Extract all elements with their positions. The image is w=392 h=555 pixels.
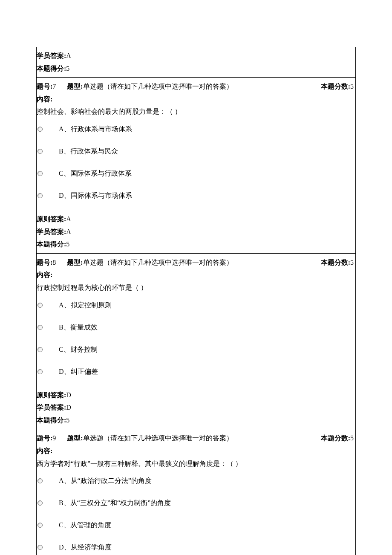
radio-icon[interactable] — [37, 523, 43, 528]
option-text: A、行政体系与市场体系 — [59, 124, 132, 134]
radio-icon[interactable] — [37, 500, 43, 506]
option-a[interactable]: A、拟定控制原则 — [37, 294, 355, 316]
score-earned-value: 5 — [66, 240, 69, 248]
content-label: 内容: — [37, 93, 355, 106]
question-type: 题型:单选题（请在如下几种选项中选择唯一对的答案） — [67, 81, 320, 92]
option-text: A、从“政治行政二分法”的角度 — [59, 476, 152, 486]
option-text: C、从管理的角度 — [59, 520, 111, 530]
question-block-9: 题号:9 题型:单选题（请在如下几种选项中选择唯一对的答案） 本题分数:5 内容… — [37, 429, 355, 555]
radio-icon[interactable] — [37, 369, 43, 374]
ref-answer-value: D — [66, 391, 71, 399]
question-number: 题号:7 — [37, 81, 56, 92]
user-answer-value: D — [66, 404, 71, 411]
ref-answer: 原则答案:A — [37, 213, 355, 225]
option-b[interactable]: B、衡量成效 — [37, 316, 355, 338]
option-text: C、财务控制 — [59, 344, 98, 355]
question-header: 题号:8 题型:单选题（请在如下几种选项中选择唯一对的答案） 本题分数:5 — [37, 256, 355, 269]
option-text: D、纠正偏差 — [59, 367, 98, 377]
radio-icon[interactable] — [37, 545, 43, 550]
question-header: 题号:7 题型:单选题（请在如下几种选项中选择唯一对的答案） 本题分数:5 — [37, 80, 355, 93]
question-header: 题号:9 题型:单选题（请在如下几种选项中选择唯一对的答案） 本题分数:5 — [37, 432, 355, 445]
option-c[interactable]: C、财务控制 — [37, 338, 355, 361]
option-text: B、衡量成效 — [59, 322, 98, 332]
user-answer-value: A — [66, 228, 71, 235]
user-answer-label: 学员答案: — [37, 52, 66, 59]
question-stem: 控制社会、影响社会的最大的两股力量是：（ ） — [37, 105, 355, 118]
option-c[interactable]: C、从管理的角度 — [37, 514, 355, 536]
radio-icon[interactable] — [37, 478, 43, 483]
question-score: 本题分数:5 — [321, 81, 354, 92]
prev-user-answer: 学员答案:A — [37, 49, 355, 62]
prev-user-answer-value: A — [66, 52, 71, 59]
score-earned: 本题得分:5 — [37, 414, 355, 427]
question-table: 学员答案:A 本题得分:5 题号:7 题型:单选题（请在如下几种选项中选择唯一对… — [36, 47, 356, 555]
prev-score-earned-value: 5 — [66, 65, 69, 72]
question-number: 题号:8 — [37, 257, 56, 268]
question-number: 题号:9 — [37, 433, 56, 444]
question-stem: 西方学者对“行政”一般有三种解释。其中最狭义的理解角度是：（ ） — [37, 457, 355, 470]
option-a[interactable]: A、从“政治行政二分法”的角度 — [37, 470, 355, 492]
radio-icon[interactable] — [37, 149, 43, 154]
question-type: 题型:单选题（请在如下几种选项中选择唯一对的答案） — [67, 433, 320, 444]
question-block-8: 题号:8 题型:单选题（请在如下几种选项中选择唯一对的答案） 本题分数:5 内容… — [37, 253, 355, 429]
score-earned-value: 5 — [66, 416, 69, 424]
user-answer: 学员答案:A — [37, 225, 355, 238]
option-text: D、从经济学角度 — [59, 542, 112, 552]
user-answer: 学员答案:D — [37, 401, 355, 414]
prev-answer-block: 学员答案:A 本题得分:5 — [37, 47, 355, 77]
option-b[interactable]: B、行政体系与民众 — [37, 140, 355, 162]
score-earned-label: 本题得分: — [37, 65, 66, 72]
radio-icon[interactable] — [37, 325, 43, 330]
option-b[interactable]: B、从“三权分立”和“权力制衡”的角度 — [37, 492, 355, 514]
option-d[interactable]: D、从经济学角度 — [37, 536, 355, 555]
question-type: 题型:单选题（请在如下几种选项中选择唯一对的答案） — [67, 257, 320, 268]
question-score: 本题分数:5 — [321, 433, 354, 444]
content-label: 内容: — [37, 445, 355, 457]
score-earned: 本题得分:5 — [37, 238, 355, 251]
radio-icon[interactable] — [37, 303, 43, 308]
question-block-7: 题号:7 题型:单选题（请在如下几种选项中选择唯一对的答案） 本题分数:5 内容… — [37, 77, 355, 253]
prev-score-earned: 本题得分:5 — [37, 62, 355, 75]
ref-answer-value: A — [66, 215, 71, 223]
option-c[interactable]: C、国际体系与行政体系 — [37, 162, 355, 185]
option-text: B、行政体系与民众 — [59, 146, 118, 156]
radio-icon[interactable] — [37, 193, 43, 198]
content-label: 内容: — [37, 269, 355, 281]
option-a[interactable]: A、行政体系与市场体系 — [37, 118, 355, 140]
option-text: B、从“三权分立”和“权力制衡”的角度 — [59, 498, 171, 508]
question-stem: 行政控制过程最为核心的环节是（ ） — [37, 281, 355, 294]
option-text: C、国际体系与行政体系 — [59, 168, 132, 179]
ref-answer: 原则答案:D — [37, 389, 355, 402]
radio-icon[interactable] — [37, 127, 43, 132]
option-d[interactable]: D、纠正偏差 — [37, 361, 355, 383]
radio-icon[interactable] — [37, 347, 43, 352]
question-score: 本题分数:5 — [321, 257, 354, 268]
option-text: A、拟定控制原则 — [59, 300, 112, 310]
option-d[interactable]: D、国际体系与市场体系 — [37, 185, 355, 207]
option-text: D、国际体系与市场体系 — [59, 191, 132, 201]
radio-icon[interactable] — [37, 171, 43, 176]
